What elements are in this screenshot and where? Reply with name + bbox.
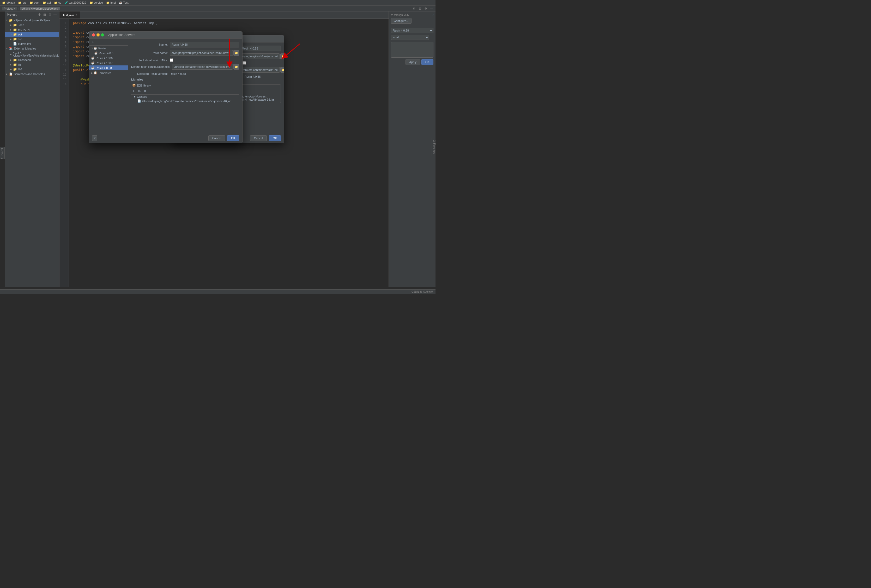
- breadcrumb-project[interactable]: Project ▼: [2, 7, 17, 10]
- tree-label-ext-libs: External Libraries: [14, 47, 36, 50]
- sidebar-close-icon[interactable]: —: [53, 12, 57, 17]
- vcs-help-icon[interactable]: ?: [432, 13, 433, 16]
- menu-e9java[interactable]: 📁 e9java: [2, 1, 15, 4]
- resin-config-file-input[interactable]: [172, 64, 233, 70]
- resin-name-label: Name:: [131, 43, 168, 46]
- resin-config-file-row: Default resin configuration file: 📁: [131, 64, 239, 70]
- resin-tree-1906[interactable]: ☕ Resin 4 1906: [89, 55, 128, 60]
- tree-arrow-src: ▶: [10, 38, 13, 40]
- config-file-input[interactable]: [240, 67, 280, 73]
- sidebar-header: Project ⚙ ⊞ ⚙ —: [5, 12, 59, 18]
- sidebar-settings-icon[interactable]: ⚙: [37, 12, 42, 17]
- tree-item-ext-libs[interactable]: ▼ 📚 External Libraries: [5, 46, 59, 51]
- menu-com[interactable]: 📁 com: [30, 1, 39, 4]
- line-num-4: 4: [60, 35, 69, 40]
- resin-ejb-item: 📦 EJB library: [131, 83, 239, 88]
- resin-add-btn[interactable]: +: [90, 40, 95, 44]
- menu-service[interactable]: 📁 service: [90, 1, 103, 4]
- tree-item-src[interactable]: ▶ 📁 src: [5, 37, 59, 42]
- tree-item-lib[interactable]: ▶ 📁 lib: [5, 62, 59, 67]
- sidebar-gear-icon[interactable]: ⚙: [48, 12, 52, 17]
- tree-item-classbean[interactable]: ▶ 📁 classbean: [5, 58, 59, 62]
- footer-spacer: [99, 135, 206, 141]
- gear-icon[interactable]: ⚙: [424, 6, 428, 11]
- resin-help-btn[interactable]: ?: [92, 135, 97, 141]
- run-ok-button[interactable]: OK: [421, 59, 433, 65]
- config-area: [391, 42, 433, 58]
- tab-close-icon[interactable]: ×: [75, 13, 77, 16]
- tab-test-java[interactable]: Test.java ×: [60, 12, 80, 18]
- resin-maximize-btn[interactable]: [101, 33, 104, 36]
- tree-item-idea[interactable]: ▶ 📁 .idea: [5, 23, 59, 27]
- menu-test-file[interactable]: ☕ Test: [119, 1, 129, 4]
- favorites-tab[interactable]: 2: Favorites: [432, 138, 436, 156]
- tree-label-iml: e9java.iml: [18, 42, 31, 45]
- resin-ok-btn[interactable]: OK: [227, 135, 239, 141]
- ejb-add-btn[interactable]: +: [131, 89, 136, 93]
- project-tab-label: 1: Project: [1, 148, 4, 159]
- menu-api[interactable]: 📁 api: [42, 1, 51, 4]
- folder-meta-icon: 📁: [13, 28, 17, 31]
- ejb-remove-btn[interactable]: ⇅: [137, 89, 142, 93]
- tree-item-meta-inf[interactable]: ▶ 📁 META-INF: [5, 27, 59, 32]
- tree-item-lib1[interactable]: ▶ 📁 lib1: [5, 67, 59, 72]
- folder-idea-icon: 📁: [13, 23, 17, 27]
- status-bar: CSDN @ 见果勇剪: [0, 289, 436, 294]
- config-file-folder-btn[interactable]: 📁: [280, 67, 284, 73]
- sidebar-split-icon[interactable]: ⊞: [42, 12, 47, 17]
- tree-arrow-meta-inf: ▶: [10, 28, 13, 31]
- ejb-minus-btn[interactable]: −: [148, 89, 153, 93]
- resin-root-arrow: ▼: [91, 47, 94, 49]
- resin-remove-btn[interactable]: −: [96, 40, 101, 44]
- split-icon[interactable]: ⊟: [418, 6, 422, 11]
- tree-item-e9java[interactable]: ▼ 📁 e9java ~/work/project/e9java: [5, 18, 59, 23]
- resin-include-jars-checkbox[interactable]: [170, 58, 173, 62]
- resin-root-label: Resin: [98, 47, 106, 50]
- config-footer-buttons: Apply OK: [391, 59, 433, 65]
- configure-button[interactable]: Configure...: [391, 18, 412, 24]
- resin-tree-templates[interactable]: ▶ 📋 Templates: [89, 70, 128, 75]
- resin-home-folder-btn[interactable]: 📁: [280, 54, 284, 59]
- run-apply-button[interactable]: Apply: [406, 59, 421, 65]
- config-type-select[interactable]: local: [391, 35, 429, 40]
- tree-item-out[interactable]: ▼ 📁 out: [5, 32, 59, 37]
- resin-name-input[interactable]: [170, 42, 239, 48]
- menu-test20200529[interactable]: 🧪 test20200529: [64, 1, 86, 4]
- app-servers-ok-btn[interactable]: OK: [269, 135, 281, 141]
- tree-arrow-classbean: ▶: [10, 59, 13, 61]
- name-input[interactable]: [240, 46, 281, 51]
- run-config-select[interactable]: Resin 4.0.58: [391, 28, 433, 33]
- resin-home-folder-btn2[interactable]: 📁: [233, 50, 239, 56]
- resin-config-folder-btn[interactable]: 📁: [233, 64, 239, 70]
- resin-home-input2[interactable]: [170, 50, 233, 56]
- tree-item-jdk[interactable]: ▶ < 1.8 > /Library/Java/JavaVirtualMachi…: [5, 51, 59, 58]
- tree-item-iml[interactable]: 📄 e9java.iml: [5, 42, 59, 46]
- resin-jar-item[interactable]: 📄 /Users/daiyingfeng/work/project-contai…: [131, 99, 239, 103]
- resin-tree-root[interactable]: ▼ ☕ Resin: [89, 46, 128, 51]
- resin-detected-row: Detected Resin version: Resin 4.0.58: [131, 72, 239, 75]
- menu-cs[interactable]: 📁 cs: [54, 1, 61, 4]
- resin-server-dialog: Application Servers + − ▼ ☕ Resin ☕ Resi…: [89, 31, 242, 143]
- ejb-sort-btn[interactable]: ⇅: [143, 89, 147, 93]
- ejb-section: 📦 EJB library + ⇅ ⇅ − ▼ Classes 📄 /Users…: [131, 83, 239, 103]
- app-servers-cancel-btn[interactable]: Cancel: [250, 135, 267, 141]
- settings-icon[interactable]: ⚙: [412, 6, 416, 11]
- resin-home-form-group: 📁: [170, 50, 239, 56]
- resin-home-input[interactable]: [240, 54, 280, 59]
- resin-minimize-btn[interactable]: [96, 33, 100, 36]
- breadcrumb-path[interactable]: e9java ~/work/project/e9java: [20, 7, 60, 10]
- code-line-2: [73, 25, 385, 30]
- include-jars-checkbox[interactable]: [242, 61, 246, 65]
- project-dropdown-icon: ▼: [13, 7, 16, 10]
- resin-tree-1907[interactable]: ☕ Resin 4 1907: [89, 60, 128, 66]
- resin-cancel-btn[interactable]: Cancel: [208, 135, 225, 141]
- tree-item-scratches[interactable]: ▶ 📋 Scratches and Consoles: [5, 72, 59, 76]
- resin-close-btn[interactable]: [92, 33, 95, 36]
- resin-tree-4058[interactable]: ☕ Resin 4.0.58: [89, 66, 128, 70]
- menu-impl[interactable]: 📁 impl: [106, 1, 116, 4]
- resin-tree-405[interactable]: ☕ Resin 4.0.5: [89, 51, 128, 55]
- project-side-tab[interactable]: 1: Project: [0, 147, 5, 159]
- menu-src[interactable]: 📁 src: [18, 1, 26, 4]
- close-icon[interactable]: —: [429, 6, 433, 11]
- resin-home-input-group: 📁: [240, 54, 284, 59]
